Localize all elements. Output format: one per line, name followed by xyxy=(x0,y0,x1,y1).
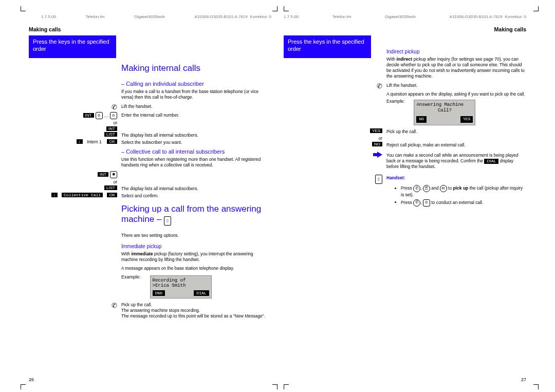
hdr2-fm: Telefon.fm xyxy=(332,14,351,19)
ind-s1: Lift the handset. xyxy=(386,82,526,88)
ok-key-icon: OK xyxy=(107,139,117,144)
hdr2-doc: A31008-G3035-B101-6-7619 xyxy=(450,14,503,19)
int-key2-icon: INT xyxy=(106,126,117,131)
page-spread: 1.7.5.00 Telefon.fm Gigaset3035isdn A310… xyxy=(29,9,526,382)
hdr-date: 1.7.5.00 xyxy=(41,14,56,19)
imm-p2: A message appears on the base station te… xyxy=(121,266,267,271)
running-head-right: Making calls xyxy=(284,26,526,32)
down2-icon: ↓ xyxy=(51,193,58,197)
softkey-dial: DIAL xyxy=(194,290,209,296)
collective-lcd: Collective Call xyxy=(62,193,103,197)
base-icon: ▯ xyxy=(164,216,171,226)
imm-p4: The answering machine stops recording. xyxy=(121,308,200,313)
s-yes: Pick up the call. xyxy=(386,128,526,135)
ok2-key-icon: OK xyxy=(107,193,117,197)
ind-s2: A question appears on the display, askin… xyxy=(386,91,526,97)
header-right: 1.7.5.00 Telefon.fm Gigaset3035isdn A310… xyxy=(284,9,526,22)
step-lift: Lift the handset. xyxy=(121,103,271,109)
int-key3-icon: INT xyxy=(98,172,108,177)
star-key-icon: ✱ xyxy=(110,171,117,178)
h1-internal-calls: Making internal calls xyxy=(121,63,267,73)
page-27: 1.7.5.00 Telefon.fm Gigaset3035isdn A310… xyxy=(284,9,526,382)
example-label: Example: xyxy=(121,274,141,279)
softkey-dnd: DND xyxy=(153,290,165,296)
imm-p5: The message recorded up to this point wi… xyxy=(121,313,265,319)
key-call-icon: ✆ xyxy=(413,185,420,192)
header-left: 1.7.5.00 Telefon.fm Gigaset3035isdn A310… xyxy=(29,9,271,22)
page-number-27: 27 xyxy=(521,377,526,382)
two-opt: There are two setting options. xyxy=(121,233,267,238)
or-label: or xyxy=(29,120,121,125)
h2-collective: – Collective call to all internal subscr… xyxy=(121,148,267,155)
list2-key-icon: LIST xyxy=(104,185,117,190)
h3-indirect: Indirect pickup xyxy=(386,49,526,54)
running-head-left: Making calls xyxy=(29,26,271,32)
step-enter-num: Enter the internal call number. xyxy=(121,112,271,118)
step-confirm: Select and confirm. xyxy=(121,193,271,199)
lcd-example-immediate: Recording of >Erica Smith DND DIAL xyxy=(150,275,212,298)
hdr-corr: Korrektur: 0 xyxy=(250,14,271,19)
step-list: The display lists all internal subscribe… xyxy=(121,132,271,138)
bullet-external: Press ✆, 0 to conduct an external call. xyxy=(401,199,526,207)
bullet-pickup: Press ✆, ☰ and R to pick up the call (pi… xyxy=(401,185,526,198)
imm-p3: Pick up the call. xyxy=(121,302,152,307)
example2-label: Example: xyxy=(386,99,404,104)
softkey-yes: YES xyxy=(460,116,473,122)
hdr-fm: Telefon.fm xyxy=(85,14,104,19)
handset2-icon: ✆ xyxy=(112,302,117,309)
sec2-intro: Use this function when registering more … xyxy=(121,157,267,168)
handset-icon: ✆ xyxy=(112,103,117,111)
ind-p1: With indirect pickup after inquiry (for … xyxy=(386,57,526,79)
page-number-26: 26 xyxy=(29,377,34,382)
handset-bullets: Press ✆, ☰ and R to pick up the call (pi… xyxy=(386,185,526,206)
yes-key-icon: YES xyxy=(370,128,382,133)
h2-calling-individual: – Calling an individual subscriber xyxy=(121,81,267,87)
handset-outline-icon: ▯ xyxy=(375,175,382,184)
note-arrow-icon xyxy=(373,152,382,157)
handset3-icon: ✆ xyxy=(377,82,382,90)
key-0-icon: 0 xyxy=(96,112,103,119)
int-key-icon: INT xyxy=(83,113,94,118)
step-list2: The display lists all internal subscribe… xyxy=(121,185,271,192)
down-arrow-icon: ↓ xyxy=(77,139,83,144)
list-key-icon: LIST xyxy=(104,132,117,137)
hdr2-model: Gigaset3035isdn xyxy=(385,14,416,19)
no-key-icon: NO xyxy=(372,142,382,146)
key-menu-icon: ☰ xyxy=(423,185,430,192)
or3-label: or xyxy=(284,136,386,141)
or2-label: or xyxy=(29,179,121,184)
page-26: 1.7.5.00 Telefon.fm Gigaset3035isdn A310… xyxy=(29,9,271,382)
lcd-example-indirect: Answering Machine Call? NO YES xyxy=(414,100,475,125)
key-r-icon: R xyxy=(440,185,447,192)
hdr-doc: A31008-G3035-B101-6-7619 xyxy=(195,14,248,19)
dial-tag: DIAL xyxy=(484,159,498,164)
instruction-ribbon: Press the keys in the specified order xyxy=(29,35,116,58)
h1-answering-pickup: Picking up a call from the answering mac… xyxy=(121,204,267,226)
key-ext0-icon: 0 xyxy=(423,199,430,207)
step-select: Select the subscriber you want. xyxy=(121,139,271,145)
note-text: You can make a second call while an anno… xyxy=(386,152,526,170)
softkey-no: NO xyxy=(416,116,427,122)
s-no: Reject call pickup, make an external cal… xyxy=(386,142,526,148)
handset-label: Handset: xyxy=(386,175,405,180)
sec1-intro: If you make a call to a handset from the… xyxy=(121,89,267,100)
key-call2-icon: ✆ xyxy=(413,199,420,207)
imm-p1: With immediate pickup (factory setting),… xyxy=(121,251,267,263)
hdr2-corr: Korrektur: 0 xyxy=(505,14,526,19)
key-6-icon: 6 xyxy=(110,112,117,119)
hdr2-date: 1.7.5.00 xyxy=(284,14,299,19)
hdr-model: Gigaset3035isdn xyxy=(134,14,165,19)
h3-immediate: Immediate pickup xyxy=(121,244,267,249)
